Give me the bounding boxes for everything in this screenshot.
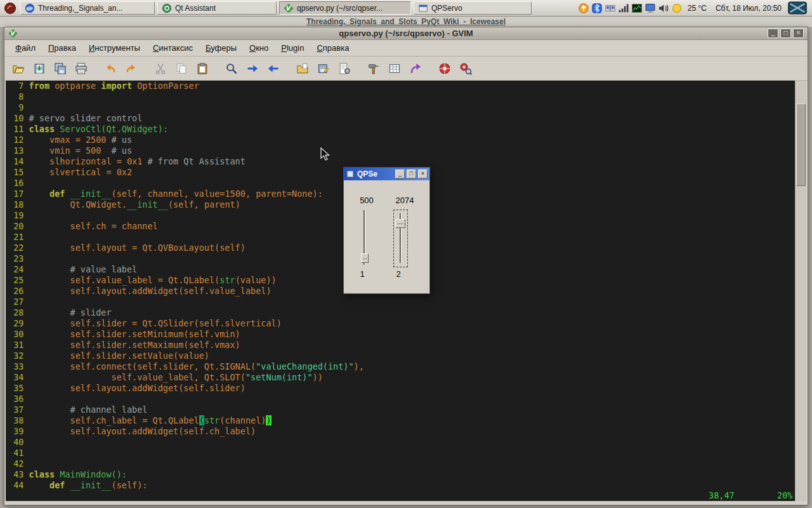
code-line-34: 34 self.value_label, Qt.SLOT("setNum(int… xyxy=(8,372,795,383)
toolbar-load-session-button[interactable] xyxy=(294,60,311,77)
cpu-graph-icon[interactable] xyxy=(631,3,643,14)
toolbar-ctags-button[interactable] xyxy=(386,60,403,77)
toolbar-group xyxy=(10,60,90,77)
toolbar-group xyxy=(365,60,424,77)
toolbar-run-script-button[interactable] xyxy=(336,60,353,77)
line-number: 14 xyxy=(8,156,29,166)
redo-icon xyxy=(125,62,138,75)
qpservo-window-icon xyxy=(346,170,355,178)
taskbar-button-label: Qt Assistant xyxy=(175,4,216,13)
code-line-37: 37 # channel label xyxy=(8,404,795,415)
toolbar-group xyxy=(294,60,353,77)
vim-icon xyxy=(284,3,294,13)
code-line-36: 36 xyxy=(8,394,795,404)
network-icon[interactable] xyxy=(605,3,616,14)
system-tray: 25 °C Сбт, 18 Июл, 20:50 xyxy=(578,1,809,15)
line-number: 19 xyxy=(8,210,29,220)
keyboard-layout-icon[interactable] xyxy=(788,1,807,15)
toolbar-open-button[interactable] xyxy=(10,60,27,77)
toolbar-save-all-button[interactable] xyxy=(51,60,69,77)
line-number: 9 xyxy=(8,102,29,112)
load-session-icon xyxy=(296,62,309,75)
line-number: 31 xyxy=(8,340,29,350)
toolbar-group xyxy=(152,60,211,77)
qpservo-minimize-button[interactable]: _ xyxy=(395,170,405,178)
code-line-40: 40 xyxy=(8,437,795,448)
taskbar-button-label: QPServo xyxy=(431,4,462,13)
toolbar-copy-button[interactable] xyxy=(173,60,190,77)
toolbar-undo-button[interactable] xyxy=(102,60,119,77)
code-line-13: 13 vmin = 500 # us xyxy=(8,145,795,156)
iceweasel-icon xyxy=(25,3,35,13)
code-line-28: 28 # slider xyxy=(8,307,795,318)
code-line-33: 33 self.connect(self.slider, Qt.SIGNAL("… xyxy=(8,361,795,372)
code-line-41: 41 xyxy=(8,448,795,458)
qpservo-body: 500 2074 1 2 xyxy=(344,180,429,293)
toolbar-cut-button[interactable] xyxy=(152,60,169,77)
toolbar-redo-button[interactable] xyxy=(122,60,140,77)
line-number: 24 xyxy=(8,264,29,274)
toolbar-find-help-button[interactable] xyxy=(457,60,475,77)
signal-bars-icon[interactable] xyxy=(618,3,629,14)
menu-item-1[interactable]: Файл xyxy=(10,41,41,55)
toolbar-save-session-button[interactable] xyxy=(315,60,332,77)
qpservo-titlebar[interactable]: QPSe _□× xyxy=(344,168,429,180)
taskbar-button-1[interactable]: Threading,_Signals_an... xyxy=(20,1,155,15)
gvim-maximize-button[interactable]: □ xyxy=(780,29,791,38)
update-icon[interactable] xyxy=(578,3,589,14)
toolbar-find-next-button[interactable] xyxy=(244,60,261,77)
taskbar-button-3[interactable]: qpservo.py (~/src/qpser... xyxy=(279,1,411,15)
gvim-window-title: qpservo.py (~/src/qpservo) - GVIM xyxy=(4,29,808,38)
code-line-29: 29 self.slider = Qt.QSlider(self.slverti… xyxy=(8,318,795,329)
taskbar-button-2[interactable]: Qt Assistant xyxy=(157,1,277,15)
code-line-39: 39 self.layout.addWidget(self.ch_label) xyxy=(8,426,795,437)
line-number: 28 xyxy=(8,307,29,318)
menu-item-8[interactable]: Справка xyxy=(311,41,355,55)
launcher-icon[interactable] xyxy=(3,1,18,15)
toolbar-find-button[interactable] xyxy=(223,60,240,77)
toolbar-group xyxy=(102,60,140,77)
qpservo-close-button[interactable]: × xyxy=(418,170,428,178)
gvim-minimize-button[interactable]: _ xyxy=(768,29,778,38)
line-number: 12 xyxy=(8,135,29,145)
toolbar-save-button[interactable] xyxy=(30,60,48,77)
qpservo-maximize-button[interactable]: □ xyxy=(407,170,416,178)
line-number: 20 xyxy=(8,221,29,231)
toolbar-help-button[interactable] xyxy=(436,60,454,77)
save-all-icon xyxy=(54,62,67,75)
line-number: 16 xyxy=(8,178,29,188)
toolbar-paste-button[interactable] xyxy=(193,60,211,77)
volume-icon[interactable] xyxy=(658,3,669,14)
weather-icon[interactable] xyxy=(671,3,683,14)
menu-item-5[interactable]: Буферы xyxy=(200,41,242,55)
line-number: 39 xyxy=(8,426,29,436)
line-number: 32 xyxy=(8,351,29,361)
menu-item-2[interactable]: Правка xyxy=(43,41,82,55)
print-icon xyxy=(75,62,88,75)
toolbar-print-button[interactable] xyxy=(72,60,90,77)
menu-item-6[interactable]: Окно xyxy=(244,41,274,55)
line-number: 26 xyxy=(8,286,29,296)
bluetooth-icon[interactable] xyxy=(591,3,603,14)
display-icon[interactable] xyxy=(645,3,656,14)
find-icon xyxy=(225,62,238,75)
scroll-percentage: 20% xyxy=(777,490,792,501)
line-number: 37 xyxy=(8,404,29,415)
toolbar-find-prev-button[interactable] xyxy=(265,60,282,77)
menu-item-3[interactable]: Инструменты xyxy=(83,41,146,55)
line-number: 33 xyxy=(8,361,29,371)
scrollbar-thumb[interactable] xyxy=(796,104,806,186)
vertical-scrollbar[interactable] xyxy=(795,81,806,501)
line-number: 17 xyxy=(8,189,29,199)
gvim-titlebar[interactable]: qpservo.py (~/src/qpservo) - GVIM _□× xyxy=(4,27,808,40)
gvim-close-button[interactable]: × xyxy=(793,29,804,38)
menu-item-7[interactable]: Plugin xyxy=(275,41,310,55)
slider1-handle[interactable] xyxy=(361,253,369,263)
find-help-icon xyxy=(459,62,472,75)
menu-item-4[interactable]: Синтаксис xyxy=(147,41,199,55)
code-line-11: 11 class ServoCtl(Qt.QWidget): xyxy=(8,124,795,135)
toolbar-tag-jump-button[interactable] xyxy=(407,60,424,77)
slider2-handle[interactable] xyxy=(395,219,405,228)
taskbar-button-4[interactable]: QPServo xyxy=(414,1,532,15)
toolbar-make-button[interactable] xyxy=(365,60,383,77)
